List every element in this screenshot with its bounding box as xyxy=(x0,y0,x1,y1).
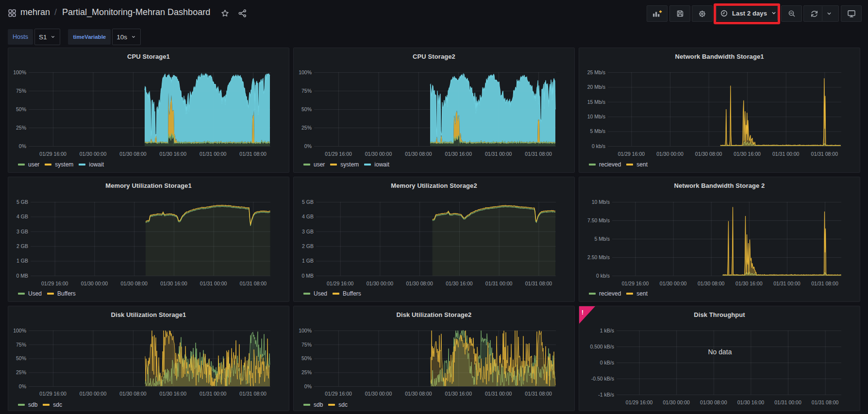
svg-text:0%: 0% xyxy=(304,143,312,149)
svg-text:01/30 16:00: 01/30 16:00 xyxy=(735,281,763,286)
svg-text:01/30 08:00: 01/30 08:00 xyxy=(698,281,725,286)
svg-text:3 GB: 3 GB xyxy=(17,229,28,234)
svg-text:1 GB: 1 GB xyxy=(17,258,28,264)
svg-text:01/30 08:00: 01/30 08:00 xyxy=(405,391,432,397)
svg-text:4 GB: 4 GB xyxy=(17,214,28,219)
svg-text:01/30 16:00: 01/30 16:00 xyxy=(445,391,472,397)
svg-text:01/31 08:00: 01/31 08:00 xyxy=(239,391,267,397)
svg-text:01/31 00:00: 01/31 00:00 xyxy=(773,281,801,286)
svg-text:50%: 50% xyxy=(16,355,26,361)
svg-text:01/29 16:00: 01/29 16:00 xyxy=(618,151,645,157)
svg-text:50%: 50% xyxy=(301,355,312,361)
svg-text:1 kB/s: 1 kB/s xyxy=(600,328,614,333)
svg-text:01/30 00:00: 01/30 00:00 xyxy=(365,151,392,157)
svg-text:01/29 16:00: 01/29 16:00 xyxy=(39,391,67,397)
svg-text:5 Mb/s: 5 Mb/s xyxy=(594,236,610,242)
svg-text:2 GB: 2 GB xyxy=(302,243,314,249)
svg-text:7.50 Mb/s: 7.50 Mb/s xyxy=(587,217,610,223)
svg-text:01/29 16:00: 01/29 16:00 xyxy=(325,151,352,157)
svg-text:3 GB: 3 GB xyxy=(302,229,314,234)
svg-text:01/30 00:00: 01/30 00:00 xyxy=(663,399,690,405)
svg-text:01/31 00:00: 01/31 00:00 xyxy=(485,391,512,397)
svg-text:01/31 00:00: 01/31 00:00 xyxy=(772,151,800,157)
svg-text:-0.50 kB/s: -0.50 kB/s xyxy=(591,376,614,381)
svg-text:01/29 16:00: 01/29 16:00 xyxy=(327,281,354,286)
svg-text:01/30 08:00: 01/30 08:00 xyxy=(119,391,147,397)
svg-text:01/30 16:00: 01/30 16:00 xyxy=(446,281,473,286)
svg-text:2.50 Mb/s: 2.50 Mb/s xyxy=(587,254,610,260)
svg-text:No data: No data xyxy=(708,348,732,356)
svg-text:01/30 08:00: 01/30 08:00 xyxy=(700,399,727,405)
svg-text:01/30 08:00: 01/30 08:00 xyxy=(120,281,148,286)
svg-text:1 GB: 1 GB xyxy=(302,258,314,264)
svg-text:50%: 50% xyxy=(16,106,26,112)
svg-text:01/31 08:00: 01/31 08:00 xyxy=(811,151,838,157)
svg-text:01/29 16:00: 01/29 16:00 xyxy=(626,399,653,405)
svg-text:75%: 75% xyxy=(16,88,26,94)
svg-text:10 Mb/s: 10 Mb/s xyxy=(587,114,605,119)
svg-text:01/31 00:00: 01/31 00:00 xyxy=(200,151,227,157)
svg-text:01/31 00:00: 01/31 00:00 xyxy=(485,281,513,286)
svg-text:01/30 08:00: 01/30 08:00 xyxy=(405,151,432,157)
svg-text:01/30 08:00: 01/30 08:00 xyxy=(119,151,147,157)
svg-text:01/31 00:00: 01/31 00:00 xyxy=(774,399,801,405)
svg-text:0%: 0% xyxy=(304,383,312,389)
svg-text:75%: 75% xyxy=(301,342,312,348)
svg-text:01/31 08:00: 01/31 08:00 xyxy=(240,281,267,286)
svg-text:5 GB: 5 GB xyxy=(302,199,314,205)
svg-text:01/31 08:00: 01/31 08:00 xyxy=(811,281,838,286)
svg-text:01/30 16:00: 01/30 16:00 xyxy=(737,399,765,405)
svg-text:0 MB: 0 MB xyxy=(16,273,28,279)
svg-text:75%: 75% xyxy=(16,342,26,348)
svg-text:20 Mb/s: 20 Mb/s xyxy=(587,84,605,90)
svg-text:0.500 kB/s: 0.500 kB/s xyxy=(590,344,614,349)
svg-text:01/31 00:00: 01/31 00:00 xyxy=(200,281,227,286)
svg-text:4 GB: 4 GB xyxy=(302,214,314,219)
svg-text:0 kB/s: 0 kB/s xyxy=(600,360,614,365)
svg-text:01/29 16:00: 01/29 16:00 xyxy=(622,281,649,286)
svg-text:75%: 75% xyxy=(301,88,312,94)
svg-text:01/29 16:00: 01/29 16:00 xyxy=(325,391,352,397)
svg-text:25 Mb/s: 25 Mb/s xyxy=(587,69,605,75)
svg-text:01/30 16:00: 01/30 16:00 xyxy=(160,281,187,286)
svg-text:01/30 08:00: 01/30 08:00 xyxy=(406,281,433,286)
svg-text:100%: 100% xyxy=(299,328,312,333)
svg-text:01/31 00:00: 01/31 00:00 xyxy=(200,391,227,397)
svg-text:01/31 08:00: 01/31 08:00 xyxy=(812,399,839,405)
svg-text:15 Mb/s: 15 Mb/s xyxy=(587,99,605,105)
svg-text:25%: 25% xyxy=(16,369,26,375)
svg-text:01/29 16:00: 01/29 16:00 xyxy=(39,151,67,157)
svg-text:01/30 00:00: 01/30 00:00 xyxy=(656,151,684,157)
svg-text:01/30 00:00: 01/30 00:00 xyxy=(367,281,394,286)
svg-text:01/30 08:00: 01/30 08:00 xyxy=(695,151,722,157)
svg-text:01/30 16:00: 01/30 16:00 xyxy=(160,391,187,397)
svg-text:0 kb/s: 0 kb/s xyxy=(596,273,610,279)
svg-text:01/30 00:00: 01/30 00:00 xyxy=(80,151,107,157)
svg-text:01/30 00:00: 01/30 00:00 xyxy=(81,281,108,286)
svg-text:2 GB: 2 GB xyxy=(17,243,28,249)
svg-text:100%: 100% xyxy=(299,69,312,75)
svg-text:50%: 50% xyxy=(301,106,312,112)
svg-text:0 MB: 0 MB xyxy=(301,273,314,279)
svg-text:0%: 0% xyxy=(19,143,26,149)
svg-text:01/29 16:00: 01/29 16:00 xyxy=(41,281,68,286)
svg-text:10 Mb/s: 10 Mb/s xyxy=(592,199,610,205)
svg-text:5 GB: 5 GB xyxy=(17,199,28,205)
svg-text:25%: 25% xyxy=(16,125,26,131)
svg-text:100%: 100% xyxy=(13,69,26,75)
svg-text:01/30 16:00: 01/30 16:00 xyxy=(445,151,472,157)
svg-text:01/31 08:00: 01/31 08:00 xyxy=(525,281,552,286)
svg-text:01/31 08:00: 01/31 08:00 xyxy=(525,391,552,397)
svg-text:5 Mb/s: 5 Mb/s xyxy=(590,128,605,134)
svg-text:01/31 08:00: 01/31 08:00 xyxy=(239,151,267,157)
svg-text:01/30 16:00: 01/30 16:00 xyxy=(160,151,187,157)
svg-text:-1 kB/s: -1 kB/s xyxy=(598,392,614,397)
svg-text:25%: 25% xyxy=(301,369,312,375)
svg-text:25%: 25% xyxy=(301,125,312,131)
svg-text:0 kb/s: 0 kb/s xyxy=(592,143,605,149)
svg-text:01/30 00:00: 01/30 00:00 xyxy=(365,391,392,397)
svg-text:01/30 00:00: 01/30 00:00 xyxy=(80,391,107,397)
svg-text:01/30 00:00: 01/30 00:00 xyxy=(660,281,687,286)
svg-text:01/31 08:00: 01/31 08:00 xyxy=(525,151,552,157)
svg-text:0%: 0% xyxy=(19,383,26,389)
